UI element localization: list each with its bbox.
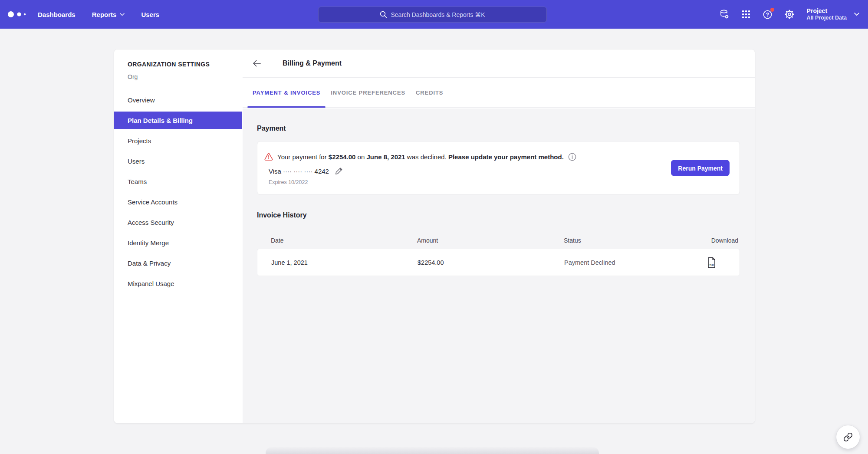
- billing-tabs: PAYMENT & INVOICES INVOICE PREFERENCES C…: [243, 78, 755, 108]
- payment-card: Your payment for $2254.00 on June 8, 202…: [257, 141, 740, 195]
- invoice-date: June 1, 2021: [271, 259, 418, 266]
- svg-text:?: ?: [766, 12, 769, 18]
- top-navbar: Dashboards Reports Users: [0, 0, 868, 29]
- sidebar-title: ORGANIZATION SETTINGS: [128, 61, 242, 68]
- tab-content: Payment Your payment for $2254.00 on Jun…: [243, 109, 755, 423]
- settings-gear-icon[interactable]: [784, 9, 795, 20]
- nav-reports-label: Reports: [92, 11, 117, 18]
- notification-badge: [770, 8, 774, 12]
- sidebar-item-identity-merge[interactable]: Identity Merge: [114, 234, 242, 251]
- help-icon[interactable]: ?: [763, 9, 773, 20]
- nav-dashboards[interactable]: Dashboards: [38, 11, 76, 18]
- navbar-right-actions: ? Project All Project Data: [708, 0, 859, 29]
- settings-main: Billing & Payment PAYMENT & INVOICES INV…: [243, 49, 755, 423]
- warning-text-1: Your payment for: [277, 153, 329, 161]
- apps-grid-icon[interactable]: [741, 9, 751, 20]
- settings-panel: ORGANIZATION SETTINGS Org Overview Plan …: [114, 49, 755, 424]
- info-icon[interactable]: [568, 153, 576, 161]
- bottom-peek-card: [266, 447, 599, 454]
- card-expiry: Expires 10/2022: [269, 179, 730, 185]
- copy-link-button[interactable]: [836, 425, 860, 449]
- tab-payment-invoices[interactable]: PAYMENT & INVOICES: [247, 78, 326, 107]
- nav-dashboards-label: Dashboards: [38, 11, 76, 18]
- project-switcher[interactable]: Project All Project Data: [807, 7, 859, 22]
- column-header-date: Date: [271, 237, 417, 244]
- card-last4: 4242: [315, 168, 329, 175]
- back-arrow-icon: [252, 59, 261, 68]
- sidebar-items: Overview Plan Details & Billing Projects…: [114, 91, 242, 292]
- card-brand: Visa: [269, 168, 281, 175]
- search-input[interactable]: [391, 11, 486, 18]
- edit-payment-method-icon[interactable]: [335, 167, 343, 175]
- sidebar-item-teams[interactable]: Teams: [114, 173, 242, 190]
- payment-warning: Your payment for $2254.00 on June 8, 202…: [264, 153, 730, 161]
- back-button[interactable]: [243, 49, 271, 77]
- column-header-amount: Amount: [417, 237, 564, 244]
- sidebar-item-projects[interactable]: Projects: [114, 132, 242, 149]
- warning-emphasis: Please update your payment method.: [448, 153, 564, 161]
- search-icon: [380, 11, 387, 18]
- invoice-table-header: Date Amount Status Download: [257, 232, 740, 249]
- warning-date: June 8, 2021: [366, 153, 405, 161]
- download-pdf-icon[interactable]: PDF: [707, 257, 717, 268]
- sidebar-item-service-accounts[interactable]: Service Accounts: [114, 193, 242, 211]
- nav-users[interactable]: Users: [141, 11, 159, 18]
- main-nav: Dashboards Reports Users: [38, 11, 176, 18]
- invoice-history-title: Invoice History: [257, 211, 740, 219]
- nav-reports[interactable]: Reports: [92, 11, 125, 18]
- global-search[interactable]: [318, 7, 547, 23]
- org-settings-sidebar: ORGANIZATION SETTINGS Org Overview Plan …: [114, 49, 242, 423]
- invoice-table-row: June 1, 2021 $2254.00 Payment Declined P…: [257, 249, 740, 276]
- tab-invoice-preferences[interactable]: INVOICE PREFERENCES: [326, 78, 411, 107]
- sidebar-item-mixpanel-usage[interactable]: Mixpanel Usage: [114, 275, 242, 292]
- payment-method-row: Visa ···· ···· ···· 4242: [269, 167, 730, 175]
- invoice-table: Date Amount Status Download June 1, 2021…: [257, 232, 740, 276]
- card-masked-digits: ···· ···· ····: [283, 168, 312, 175]
- mixpanel-logo-icon[interactable]: [8, 10, 29, 18]
- warning-text-2: on: [355, 153, 366, 161]
- data-management-icon[interactable]: [719, 9, 730, 20]
- payment-section-title: Payment: [257, 125, 740, 132]
- project-label: Project: [807, 7, 847, 15]
- sidebar-item-users[interactable]: Users: [114, 152, 242, 170]
- warning-amount: $2254.00: [329, 153, 356, 161]
- column-header-download: Download: [686, 237, 738, 244]
- page-title: Billing & Payment: [283, 59, 342, 67]
- org-name: Org: [128, 73, 242, 80]
- chevron-down-icon: [854, 13, 859, 16]
- tab-credits[interactable]: CREDITS: [411, 78, 448, 107]
- invoice-amount: $2254.00: [418, 259, 564, 266]
- project-text: Project All Project Data: [807, 7, 847, 22]
- project-value: All Project Data: [807, 15, 847, 21]
- warning-triangle-icon: [264, 153, 273, 161]
- sidebar-item-plan-details-billing[interactable]: Plan Details & Billing: [114, 112, 242, 129]
- sidebar-item-overview[interactable]: Overview: [114, 91, 242, 109]
- nav-users-label: Users: [141, 11, 159, 18]
- column-header-status: Status: [564, 237, 686, 244]
- sidebar-item-data-privacy[interactable]: Data & Privacy: [114, 254, 242, 272]
- invoice-status: Payment Declined: [564, 259, 686, 266]
- svg-text:PDF: PDF: [709, 263, 715, 266]
- page-header: Billing & Payment: [243, 49, 755, 78]
- rerun-payment-button[interactable]: Rerun Payment: [671, 160, 730, 176]
- link-icon: [843, 432, 853, 442]
- chevron-down-icon: [120, 13, 125, 16]
- warning-text: Your payment for $2254.00 on June 8, 202…: [277, 153, 564, 161]
- warning-text-3: was declined.: [405, 153, 448, 161]
- sidebar-item-access-security[interactable]: Access Security: [114, 214, 242, 231]
